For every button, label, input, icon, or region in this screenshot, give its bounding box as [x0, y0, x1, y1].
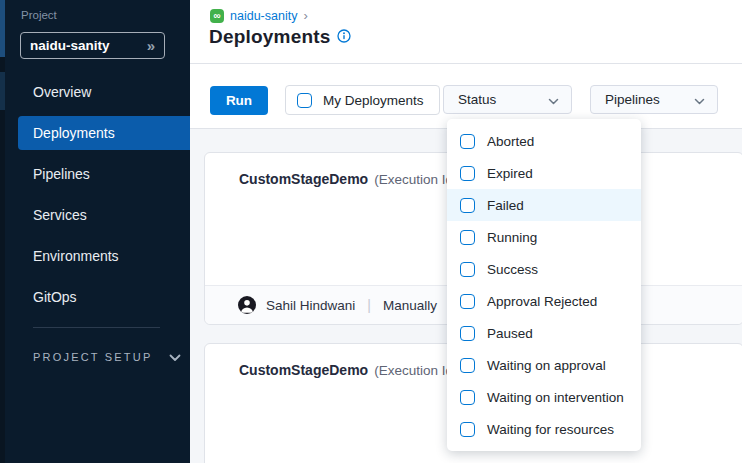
triggered-by-user: Sahil Hindwani [266, 298, 355, 313]
checkbox[interactable] [460, 230, 475, 245]
module-rail-accent [0, 0, 5, 57]
info-icon[interactable] [337, 29, 351, 47]
breadcrumb: ∞ naidu-sanity › [210, 8, 308, 23]
checkbox[interactable] [460, 390, 475, 405]
menu-item-success[interactable]: Success [447, 253, 641, 285]
menu-item-waiting-on-intervention[interactable]: Waiting on intervention [447, 381, 641, 413]
checkbox[interactable] [460, 166, 475, 181]
chevron-down-icon [169, 348, 181, 366]
menu-item-expired[interactable]: Expired [447, 157, 641, 189]
harness-deployments-page: Project naidu-sanity » Overview Deployme… [0, 0, 742, 463]
menu-item-waiting-for-resources[interactable]: Waiting for resources [447, 413, 641, 445]
status-filter-menu: Aborted Expired Failed Running Success A… [447, 119, 641, 451]
menu-item-paused[interactable]: Paused [447, 317, 641, 349]
execution-id-text: (Execution Id [374, 172, 453, 187]
sidebar-divider [33, 327, 160, 328]
project-sidebar: Project naidu-sanity » Overview Deployme… [0, 0, 190, 463]
page-header: ∞ naidu-sanity › Deployments [190, 0, 742, 64]
footer-separator: | [365, 297, 373, 313]
breadcrumb-chevron-icon: › [303, 8, 307, 23]
status-filter-dropdown[interactable]: Status [443, 85, 572, 114]
trigger-type: Manually [383, 298, 437, 313]
project-selector[interactable]: naidu-sanity » [20, 32, 165, 59]
pipeline-name: CustomStageDemo [239, 362, 368, 378]
checkbox[interactable] [460, 262, 475, 277]
sidebar-item-environments[interactable]: Environments [0, 239, 190, 273]
sidebar-item-overview[interactable]: Overview [0, 75, 190, 109]
execution-id-text: (Execution Id [374, 363, 453, 378]
sidebar-item-services[interactable]: Services [0, 198, 190, 232]
checkbox[interactable] [460, 422, 475, 437]
sidebar-item-gitops[interactable]: GitOps [0, 280, 190, 314]
my-deployments-toggle[interactable]: My Deployments [285, 85, 440, 115]
page-title-row: Deployments [209, 26, 351, 48]
sidebar-item-pipelines[interactable]: Pipelines [0, 157, 190, 191]
project-setup-section[interactable]: PROJECT SETUP [33, 348, 181, 366]
chevron-down-icon [548, 91, 559, 109]
my-deployments-checkbox[interactable] [297, 93, 312, 108]
page-title: Deployments [209, 26, 331, 48]
menu-item-aborted[interactable]: Aborted [447, 125, 641, 157]
execution-title: CustomStageDemo (Execution Id [239, 362, 453, 378]
pipelines-filter-dropdown[interactable]: Pipelines [590, 85, 718, 114]
checkbox[interactable] [460, 134, 475, 149]
user-avatar-icon [238, 296, 256, 314]
checkbox[interactable] [460, 326, 475, 341]
menu-item-failed[interactable]: Failed [447, 189, 641, 221]
project-setup-label: PROJECT SETUP [33, 351, 152, 363]
execution-title: CustomStageDemo (Execution Id [239, 171, 453, 187]
checkbox[interactable] [460, 198, 475, 213]
menu-item-running[interactable]: Running [447, 221, 641, 253]
pipeline-name: CustomStageDemo [239, 171, 368, 187]
chevron-down-icon [694, 91, 705, 109]
cd-module-icon: ∞ [210, 9, 224, 23]
run-button[interactable]: Run [210, 86, 268, 115]
checkbox[interactable] [460, 358, 475, 373]
checkbox[interactable] [460, 294, 475, 309]
menu-item-waiting-on-approval[interactable]: Waiting on approval [447, 349, 641, 381]
project-selector-value: naidu-sanity [30, 38, 110, 53]
sidebar-item-deployments[interactable]: Deployments [18, 116, 190, 150]
breadcrumb-project-link[interactable]: naidu-sanity [230, 9, 297, 23]
menu-item-approval-rejected[interactable]: Approval Rejected [447, 285, 641, 317]
double-chevron-right-icon[interactable]: » [147, 37, 155, 54]
project-label: Project [21, 9, 57, 21]
